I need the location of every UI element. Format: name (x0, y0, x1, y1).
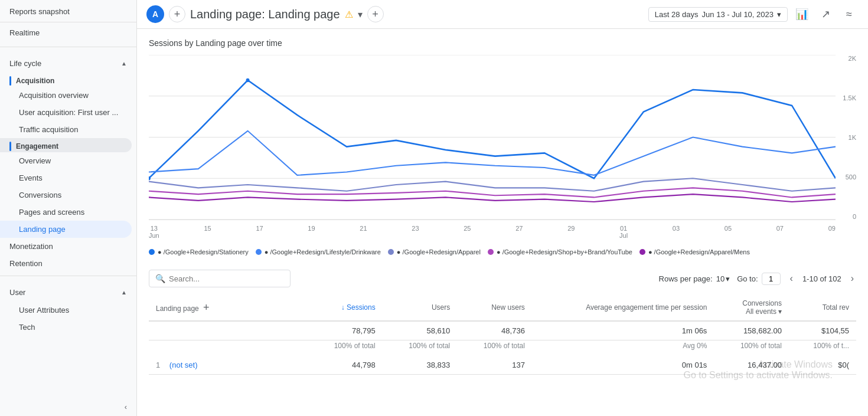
y-label-1k: 1K (838, 134, 856, 141)
date-range-text: Jun 13 - Jul 10, 2023 (702, 10, 774, 19)
sidebar-item-user-acquisition[interactable]: User acquisition: First user ... (0, 104, 132, 121)
sidebar-realtime[interactable]: Realtime (0, 22, 136, 43)
row-1-landing-page[interactable]: (not set) (169, 361, 198, 369)
rows-per-page-label: Rows per page: (659, 274, 713, 283)
user-label: User (9, 288, 25, 297)
y-label-0: 0 (838, 213, 856, 220)
subtotal-empty (149, 340, 308, 356)
engagement-label: Engagement (16, 142, 58, 150)
totals-avg-engagement: 1m 06s (532, 321, 714, 340)
landing-page-col-label: Landing page (156, 304, 199, 313)
content-area: Sessions by Landing page over time 2K 1.… (137, 29, 868, 416)
next-page-button[interactable]: › (849, 271, 856, 286)
conversions-col-label: Conversions (721, 299, 782, 307)
x-label-29: 29 (567, 225, 575, 232)
legend-dot-apparel-mens (639, 249, 645, 255)
date-prefix: Last 28 days (655, 10, 699, 19)
x-label-21: 21 (360, 225, 367, 232)
overview-label: Overview (19, 156, 51, 165)
row-1-num: 1 (156, 361, 160, 369)
legend-dot-drinkware (256, 249, 262, 255)
totals-row: 78,795 58,610 48,736 (149, 321, 856, 340)
th-avg-engagement[interactable]: Average engagement time per session (532, 294, 714, 321)
legend-stationery[interactable]: ● /Google+Redesign/Stationery (149, 248, 249, 256)
lifecycle-header[interactable]: Life cycle ▲ (9, 57, 127, 70)
sidebar-item-conversions[interactable]: Conversions (0, 186, 132, 204)
chart-svg (149, 55, 836, 220)
total-new-users-value: 48,736 (501, 326, 525, 335)
x-label-27: 27 (515, 225, 523, 232)
add-comparison-button[interactable]: + (169, 6, 185, 22)
sidebar-item-events[interactable]: Events (0, 169, 132, 186)
sidebar-item-landing-page[interactable]: Landing page (0, 221, 132, 238)
user-header[interactable]: User ▲ (9, 286, 127, 299)
sidebar-collapse-button[interactable]: ‹ (0, 398, 136, 416)
conversions-label: Conversions (19, 191, 61, 199)
avatar[interactable]: A (146, 5, 164, 23)
conversions-sub-header[interactable]: All events ▾ (721, 307, 782, 316)
total-sessions-value: 78,795 (352, 326, 376, 335)
data-table: Landing page + ↓ Sessions Users New user… (149, 294, 856, 375)
chart-type-button[interactable]: 📊 (792, 5, 811, 24)
sidebar-item-overview[interactable]: Overview (0, 152, 132, 169)
rows-per-page: Rows per page: 10 ▾ (659, 274, 730, 283)
rows-per-page-select[interactable]: 10 ▾ (716, 274, 730, 283)
th-conversions[interactable]: Conversions All events ▾ (714, 294, 789, 321)
legend-apparel[interactable]: ● /Google+Redesign/Apparel (388, 248, 481, 256)
legend-label-stationery: ● /Google+Redesign/Stationery (158, 248, 249, 256)
sidebar-reports-snapshot[interactable]: Reports snapshot (0, 0, 136, 22)
legend-drinkware[interactable]: ● /Google+Redesign/Lifestyle/Drinkware (256, 248, 381, 256)
acquisition-label: Acquisition (16, 77, 54, 85)
traffic-acquisition-label: Traffic acquisition (19, 125, 78, 134)
sidebar-item-user-attributes[interactable]: User Attributes (0, 302, 132, 319)
totals-label-cell (149, 321, 308, 340)
x-label-03: 03 (673, 225, 680, 232)
x-label-25: 25 (464, 225, 471, 232)
legend-apparel-mens[interactable]: ● /Google+Redesign/Apparel/Mens (639, 248, 750, 256)
user-chevron: ▲ (121, 289, 127, 296)
main-content: A + Landing page: Landing page ⚠ ▾ + Las… (137, 0, 868, 416)
subtotal-users-pct: 100% of total (383, 340, 458, 356)
total-rev-value: $104,55 (821, 326, 849, 335)
legend-dot-apparel (388, 249, 394, 255)
page-title-text: Landing page: Landing page (190, 8, 340, 21)
title-dropdown-button[interactable]: ▾ (358, 9, 363, 20)
date-range-picker[interactable]: Last 28 days Jun 13 - Jul 10, 2023 ▾ (648, 7, 788, 22)
goto-page: Go to: (737, 273, 780, 285)
sidebar-item-traffic-acquisition[interactable]: Traffic acquisition (0, 121, 132, 138)
th-landing-page[interactable]: Landing page + (149, 294, 308, 321)
more-options-button[interactable]: ≈ (840, 5, 859, 24)
x-label-23: 23 (412, 225, 419, 232)
page-title: Landing page: Landing page ⚠ ▾ + (190, 6, 644, 22)
goto-label: Go to: (737, 274, 758, 283)
sidebar-item-pages-and-screens[interactable]: Pages and screens (0, 204, 132, 221)
th-total-rev[interactable]: Total rev (789, 294, 856, 321)
goto-input[interactable] (762, 273, 781, 285)
conversions-dropdown-icon: ▾ (778, 307, 782, 316)
sidebar-item-tech[interactable]: Tech (0, 319, 132, 336)
th-sessions[interactable]: ↓ Sessions (308, 294, 383, 321)
table-row: 1 (not set) 44,798 38,833 137 0m 01s 16,… (149, 356, 856, 375)
legend-youtube[interactable]: ● /Google+Redesign/Shop+by+Brand/YouTube (488, 248, 632, 256)
x-label-15: 15 (204, 225, 211, 232)
add-column-button[interactable]: + (201, 302, 212, 314)
user-acquisition-label: User acquisition: First user ... (19, 108, 118, 117)
th-users[interactable]: Users (383, 294, 458, 321)
total-conversions-value: 158,682.00 (743, 326, 782, 335)
sidebar-item-retention[interactable]: Retention (0, 255, 132, 272)
sidebar-item-acquisition-overview[interactable]: Acquisition overview (0, 87, 132, 104)
search-input[interactable] (169, 274, 284, 283)
total-rev-col-label: Total rev (823, 303, 849, 312)
add-view-button[interactable]: + (367, 6, 384, 22)
rows-per-page-chevron: ▾ (726, 274, 730, 283)
sidebar: Reports snapshot Realtime Life cycle ▲ A… (0, 0, 137, 416)
sidebar-item-monetization[interactable]: Monetization (0, 238, 132, 255)
pagination-controls: Rows per page: 10 ▾ Go to: ‹ 1-10 of 102… (659, 271, 856, 286)
new-users-col-label: New users (491, 303, 525, 312)
conversions-sub-label: All events (746, 307, 776, 316)
legend-dot-stationery (149, 249, 155, 255)
th-new-users[interactable]: New users (457, 294, 532, 321)
search-box[interactable]: 🔍 (149, 270, 291, 287)
prev-page-button[interactable]: ‹ (788, 271, 795, 286)
share-button[interactable]: ↗ (816, 5, 835, 24)
